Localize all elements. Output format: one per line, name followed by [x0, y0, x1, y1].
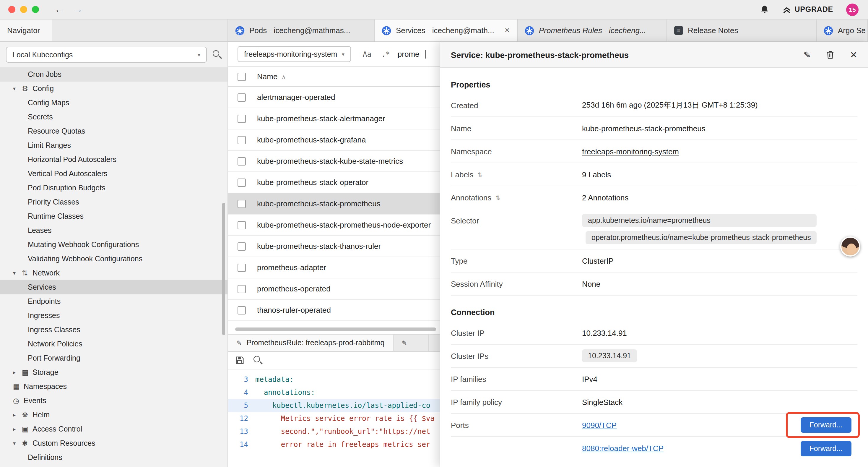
sidebar-item-label: Ingresses: [28, 312, 60, 320]
expand-icon[interactable]: ⇅: [495, 194, 500, 201]
close-tab-icon[interactable]: ✕: [500, 27, 510, 34]
row-checkbox[interactable]: [238, 221, 246, 229]
sidebar-item[interactable]: Definitions: [0, 450, 227, 465]
row-checkbox[interactable]: [238, 263, 246, 272]
tree-item-icon: ▦: [13, 382, 24, 391]
namespace-selector[interactable]: freeleaps-monitoring-system ▾: [238, 46, 351, 62]
line-number: 3: [228, 375, 255, 384]
sidebar-item[interactable]: Vertical Pod Autoscalers: [0, 167, 227, 181]
sidebar-item[interactable]: Endpoints: [0, 294, 227, 309]
sidebar-item[interactable]: Validating Webhook Configurations: [0, 252, 227, 266]
row-checkbox[interactable]: [238, 200, 246, 208]
namespace-link[interactable]: freeleaps-monitoring-system: [582, 147, 679, 156]
sidebar-item[interactable]: ▦ Namespaces: [0, 380, 227, 394]
sidebar-item[interactable]: ◷ Events: [0, 394, 227, 408]
tab-prometheus-rules[interactable]: Prometheus Rules - icecheng...: [518, 20, 667, 41]
row-checkbox[interactable]: [238, 285, 246, 293]
sidebar-item[interactable]: Cron Jobs: [0, 67, 227, 82]
row-value: kube-prometheus-stack-prometheus: [582, 124, 706, 133]
tab-pods[interactable]: Pods - icecheng@mathmas...: [228, 20, 375, 41]
kubeconfig-selector[interactable]: Local Kubeconfigs ▾: [6, 47, 207, 63]
select-all-checkbox[interactable]: [238, 72, 246, 81]
tree-chevron-icon[interactable]: ▾: [13, 270, 22, 276]
notification-count-badge[interactable]: 15: [846, 3, 859, 16]
row-checkbox[interactable]: [238, 157, 246, 165]
port-link[interactable]: 9090/TCP: [582, 420, 617, 430]
dock-tab-hidden[interactable]: ✎: [393, 334, 429, 351]
row-checkbox[interactable]: [238, 114, 246, 123]
row-checkbox[interactable]: [238, 178, 246, 186]
service-name: kube-prometheus-stack-grafana: [257, 135, 366, 144]
delete-trash-icon[interactable]: [826, 50, 835, 59]
zoom-window-button[interactable]: [32, 6, 39, 13]
session-affinity-row: Session Affinity None: [451, 272, 857, 296]
sidebar-item[interactable]: Config Maps: [0, 96, 227, 110]
sidebar-item[interactable]: ▸ ☸ Helm: [0, 408, 227, 422]
name-row: Name kube-prometheus-stack-prometheus: [451, 117, 857, 140]
sidebar-item[interactable]: ▾ ✱ Custom Resources: [0, 436, 227, 450]
forward-button[interactable]: Forward...: [800, 441, 851, 456]
row-checkbox[interactable]: [238, 93, 246, 101]
sidebar-item[interactable]: Services: [0, 280, 227, 294]
back-icon[interactable]: ←: [54, 5, 64, 14]
tree-chevron-icon[interactable]: ▸: [13, 412, 22, 418]
cluster-ip-row: Cluster IP 10.233.14.91: [451, 322, 857, 345]
row-checkbox[interactable]: [238, 306, 246, 314]
sidebar-item[interactable]: Pod Disruption Budgets: [0, 181, 227, 195]
selector-badge: app.kubernetes.io/name=prometheus: [582, 214, 817, 227]
sidebar-item[interactable]: Leases: [0, 224, 227, 238]
tree-chevron-icon[interactable]: ▾: [13, 440, 22, 446]
search-filter-input[interactable]: Aa .* prome: [361, 49, 426, 59]
tab-services[interactable]: Services - icecheng@math... ✕: [375, 20, 518, 41]
sidebar-item[interactable]: Horizontal Pod Autoscalers: [0, 152, 227, 167]
row-value: ClusterIP: [582, 256, 614, 265]
tree-item-icon: ☸: [22, 411, 32, 419]
port-link[interactable]: 8080:reloader-web/TCP: [582, 444, 663, 453]
sidebar-item[interactable]: Resource Quotas: [0, 124, 227, 138]
editor-search-icon[interactable]: [253, 356, 262, 365]
sidebar-item[interactable]: ▸ ▣ Access Control: [0, 422, 227, 436]
search-icon[interactable]: [213, 50, 222, 59]
dock-tab-prometheusrule[interactable]: ✎ PrometheusRule: freeleaps-prod-rabbitm…: [228, 334, 393, 351]
notifications-bell-icon[interactable]: [760, 5, 769, 14]
sidebar-item[interactable]: Secrets: [0, 110, 227, 124]
sidebar-item[interactable]: Runtime Classes: [0, 209, 227, 224]
save-icon[interactable]: [235, 356, 244, 365]
close-icon[interactable]: ✕: [850, 50, 857, 59]
tree-chevron-icon[interactable]: ▸: [13, 370, 22, 375]
sidebar-item[interactable]: ▸ ▤ Storage: [0, 365, 227, 380]
name-column-header[interactable]: Name: [257, 72, 277, 81]
sidebar-item[interactable]: ▾ ⚙ Config: [0, 82, 227, 96]
match-case-toggle[interactable]: Aa: [361, 49, 374, 59]
sidebar-item[interactable]: Limit Ranges: [0, 138, 227, 152]
tab-argo[interactable]: Argo Se: [816, 20, 868, 41]
upgrade-button[interactable]: UPGRADE: [782, 5, 833, 14]
sidebar-item[interactable]: Network Policies: [0, 337, 227, 351]
tab-release-notes[interactable]: ≡ Release Notes: [667, 20, 816, 41]
text-cursor: [426, 50, 426, 59]
sidebar-item[interactable]: Priority Classes: [0, 195, 227, 209]
forward-icon[interactable]: →: [73, 5, 83, 14]
row-checkbox[interactable]: [238, 136, 246, 144]
navigator-header-zone: Navigator: [0, 20, 228, 41]
sidebar-item[interactable]: Ingress Classes: [0, 323, 227, 337]
edit-icon[interactable]: ✎: [804, 50, 811, 59]
sidebar-item[interactable]: Port Forwarding: [0, 351, 227, 365]
tree-chevron-icon[interactable]: ▾: [13, 86, 22, 92]
kubernetes-icon: [525, 26, 534, 35]
sidebar-scrollbar[interactable]: [222, 203, 225, 335]
selector-badge: operator.prometheus.io/name=kube-prometh…: [586, 231, 817, 244]
close-window-button[interactable]: [8, 6, 16, 13]
minimize-window-button[interactable]: [20, 6, 27, 13]
tree-chevron-icon[interactable]: ▸: [13, 426, 22, 432]
row-checkbox[interactable]: [238, 242, 246, 250]
sidebar-item[interactable]: ▾ ⇅ Network: [0, 266, 227, 280]
forward-button[interactable]: Forward...: [800, 417, 851, 433]
navigator-title: Navigator: [0, 20, 52, 41]
user-avatar[interactable]: [840, 236, 860, 257]
regex-toggle[interactable]: .*: [379, 49, 392, 59]
sidebar-item-label: Namespaces: [24, 382, 67, 391]
sidebar-item[interactable]: Mutating Webhook Configurations: [0, 238, 227, 252]
expand-icon[interactable]: ⇅: [478, 171, 483, 178]
sidebar-item[interactable]: Ingresses: [0, 309, 227, 323]
